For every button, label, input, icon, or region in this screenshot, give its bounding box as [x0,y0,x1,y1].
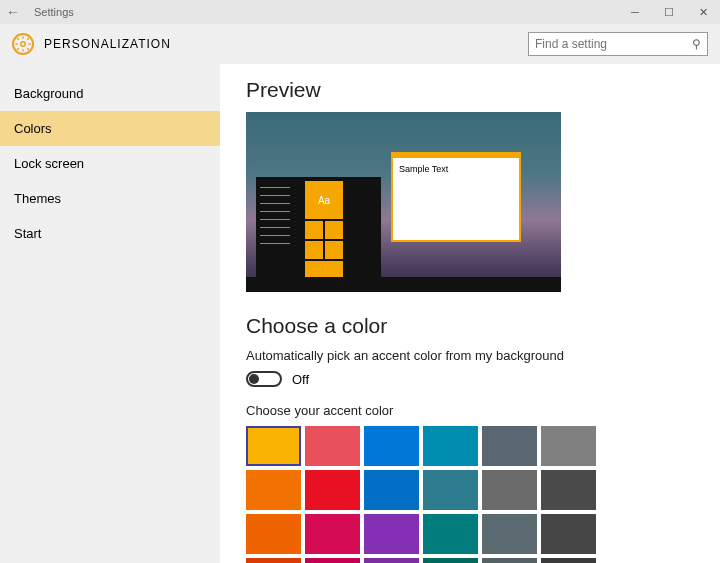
accent-swatch[interactable] [482,558,537,563]
accent-swatch[interactable] [541,470,596,510]
accent-swatch[interactable] [482,426,537,466]
accent-swatch[interactable] [246,426,301,466]
accent-swatch[interactable] [364,514,419,554]
accent-swatch[interactable] [423,558,478,563]
accent-swatch[interactable] [305,514,360,554]
accent-swatch[interactable] [364,426,419,466]
back-button[interactable]: ← [0,4,26,20]
accent-swatch[interactable] [305,426,360,466]
search-input[interactable] [535,37,692,51]
toggle-state-label: Off [292,372,309,387]
accent-color-label: Choose your accent color [246,403,720,418]
accent-swatch[interactable] [246,470,301,510]
accent-swatch[interactable] [482,514,537,554]
accent-swatch[interactable] [305,558,360,563]
accent-swatch[interactable] [482,470,537,510]
sidebar: BackgroundColorsLock screenThemesStart [0,64,220,563]
titlebar: ← Settings ─ ☐ ✕ [0,0,720,24]
preview-sample-text: Sample Text [393,158,519,180]
accent-swatch[interactable] [541,426,596,466]
minimize-button[interactable]: ─ [618,6,652,18]
preview-startmenu: Aa [256,177,381,277]
sidebar-item-start[interactable]: Start [0,216,220,251]
window-title: Settings [34,6,74,18]
auto-pick-toggle[interactable] [246,371,282,387]
search-icon: ⚲ [692,37,701,51]
sidebar-item-themes[interactable]: Themes [0,181,220,216]
accent-swatch[interactable] [423,514,478,554]
header: PERSONALIZATION ⚲ [0,24,720,64]
accent-swatch[interactable] [364,558,419,563]
sidebar-item-colors[interactable]: Colors [0,111,220,146]
preview-taskbar [246,277,561,292]
sidebar-item-lock-screen[interactable]: Lock screen [0,146,220,181]
accent-swatch[interactable] [541,514,596,554]
accent-swatch[interactable] [423,426,478,466]
accent-swatch[interactable] [423,470,478,510]
maximize-button[interactable]: ☐ [652,6,686,19]
svg-point-0 [21,42,26,47]
auto-pick-label: Automatically pick an accent color from … [246,348,720,363]
preview-window: Sample Text [391,152,521,242]
sidebar-item-background[interactable]: Background [0,76,220,111]
accent-swatch-grid [246,426,616,563]
accent-swatch[interactable] [305,470,360,510]
choose-color-heading: Choose a color [246,314,720,338]
preview-pane: Aa Sample Text [246,112,561,292]
preview-heading: Preview [246,78,720,102]
gear-icon [12,33,34,55]
main-content: Preview Aa Sample Text Choose a color [220,64,720,563]
accent-swatch[interactable] [246,514,301,554]
page-title: PERSONALIZATION [44,37,171,51]
close-button[interactable]: ✕ [686,6,720,19]
accent-swatch[interactable] [541,558,596,563]
search-box[interactable]: ⚲ [528,32,708,56]
accent-swatch[interactable] [364,470,419,510]
accent-swatch[interactable] [246,558,301,563]
preview-tile-aa: Aa [305,181,343,219]
